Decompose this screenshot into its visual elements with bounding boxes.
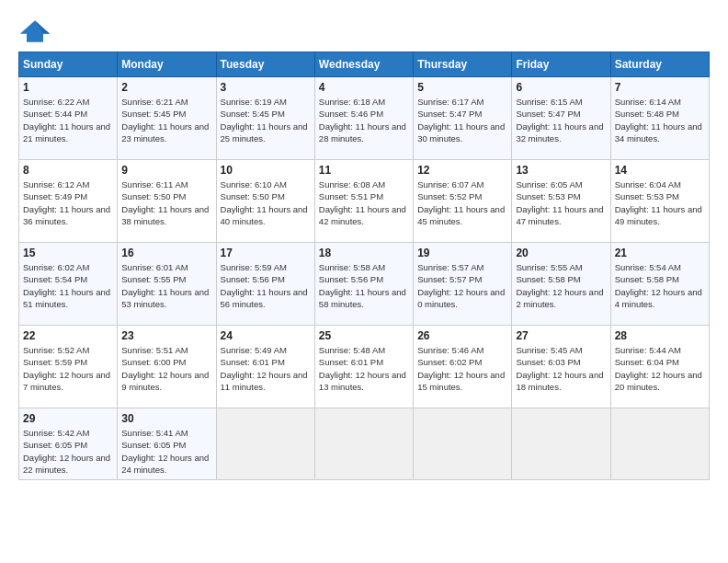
day-number: 17 <box>221 247 311 259</box>
day-info: Sunrise: 5:45 AMSunset: 6:03 PMDaylight:… <box>516 344 606 393</box>
calendar-cell: 25Sunrise: 5:48 AMSunset: 6:01 PMDayligh… <box>314 326 413 408</box>
day-info: Sunrise: 5:46 AMSunset: 6:02 PMDaylight:… <box>417 344 507 393</box>
day-number: 1 <box>23 81 113 94</box>
day-number: 6 <box>516 81 606 94</box>
calendar-cell: 8Sunrise: 6:12 AMSunset: 5:49 PMDaylight… <box>19 160 118 243</box>
weekday-tuesday: Tuesday <box>216 52 314 77</box>
calendar-cell: 29Sunrise: 5:42 AMSunset: 6:05 PMDayligh… <box>19 408 118 480</box>
day-number: 25 <box>319 329 409 342</box>
day-info: Sunrise: 5:59 AMSunset: 5:56 PMDaylight:… <box>221 261 311 310</box>
calendar-cell: 5Sunrise: 6:17 AMSunset: 5:47 PMDaylight… <box>414 77 512 160</box>
calendar-cell: 4Sunrise: 6:18 AMSunset: 5:46 PMDaylight… <box>314 77 413 160</box>
day-number: 4 <box>319 81 409 94</box>
weekday-thursday: Thursday <box>414 52 512 77</box>
day-number: 3 <box>221 81 311 94</box>
day-number: 12 <box>417 164 507 177</box>
day-info: Sunrise: 6:01 AMSunset: 5:55 PMDaylight:… <box>121 261 211 310</box>
day-number: 16 <box>121 247 211 259</box>
day-info: Sunrise: 5:49 AMSunset: 6:01 PMDaylight:… <box>221 344 311 393</box>
calendar-cell <box>610 408 709 480</box>
day-info: Sunrise: 6:22 AMSunset: 5:44 PMDaylight:… <box>23 96 113 144</box>
calendar-cell: 19Sunrise: 5:57 AMSunset: 5:57 PMDayligh… <box>414 243 512 326</box>
day-number: 9 <box>121 164 211 177</box>
calendar-cell: 30Sunrise: 5:41 AMSunset: 6:05 PMDayligh… <box>118 408 216 480</box>
day-info: Sunrise: 6:19 AMSunset: 5:45 PMDaylight:… <box>221 96 311 144</box>
day-number: 21 <box>615 247 705 259</box>
week-row-1: 1Sunrise: 6:22 AMSunset: 5:44 PMDaylight… <box>19 77 710 160</box>
calendar-cell: 27Sunrise: 5:45 AMSunset: 6:03 PMDayligh… <box>512 326 610 408</box>
calendar-cell: 26Sunrise: 5:46 AMSunset: 6:02 PMDayligh… <box>414 326 512 408</box>
day-number: 13 <box>516 164 606 177</box>
day-info: Sunrise: 5:58 AMSunset: 5:56 PMDaylight:… <box>319 261 409 310</box>
day-number: 23 <box>121 329 211 342</box>
day-info: Sunrise: 5:55 AMSunset: 5:58 PMDaylight:… <box>516 261 606 310</box>
day-info: Sunrise: 6:18 AMSunset: 5:46 PMDaylight:… <box>319 96 409 144</box>
day-number: 28 <box>615 329 705 342</box>
day-info: Sunrise: 5:41 AMSunset: 6:05 PMDaylight:… <box>121 427 211 476</box>
day-info: Sunrise: 6:11 AMSunset: 5:50 PMDaylight:… <box>121 178 211 227</box>
weekday-saturday: Saturday <box>610 52 709 77</box>
page-header <box>18 18 710 44</box>
weekday-sunday: Sunday <box>19 52 118 77</box>
day-info: Sunrise: 6:02 AMSunset: 5:54 PMDaylight:… <box>23 261 113 310</box>
calendar-cell: 15Sunrise: 6:02 AMSunset: 5:54 PMDayligh… <box>19 243 118 326</box>
calendar-cell <box>512 408 610 480</box>
week-row-3: 15Sunrise: 6:02 AMSunset: 5:54 PMDayligh… <box>19 243 710 326</box>
day-number: 18 <box>319 247 409 259</box>
calendar-cell <box>414 408 512 480</box>
week-row-5: 29Sunrise: 5:42 AMSunset: 6:05 PMDayligh… <box>19 408 710 480</box>
calendar-cell: 6Sunrise: 6:15 AMSunset: 5:47 PMDaylight… <box>512 77 610 160</box>
weekday-monday: Monday <box>118 52 216 77</box>
calendar-cell: 21Sunrise: 5:54 AMSunset: 5:58 PMDayligh… <box>610 243 709 326</box>
logo <box>18 18 53 44</box>
weekday-friday: Friday <box>512 52 610 77</box>
calendar-cell <box>314 408 413 480</box>
week-row-2: 8Sunrise: 6:12 AMSunset: 5:49 PMDaylight… <box>19 160 710 243</box>
calendar-cell: 23Sunrise: 5:51 AMSunset: 6:00 PMDayligh… <box>118 326 216 408</box>
calendar-cell: 24Sunrise: 5:49 AMSunset: 6:01 PMDayligh… <box>216 326 314 408</box>
calendar-cell: 28Sunrise: 5:44 AMSunset: 6:04 PMDayligh… <box>610 326 709 408</box>
calendar-cell <box>216 408 314 480</box>
day-info: Sunrise: 5:54 AMSunset: 5:58 PMDaylight:… <box>615 261 705 310</box>
day-info: Sunrise: 5:51 AMSunset: 6:00 PMDaylight:… <box>121 344 211 393</box>
calendar-cell: 16Sunrise: 6:01 AMSunset: 5:55 PMDayligh… <box>118 243 216 326</box>
calendar-cell: 2Sunrise: 6:21 AMSunset: 5:45 PMDaylight… <box>118 77 216 160</box>
day-info: Sunrise: 5:52 AMSunset: 5:59 PMDaylight:… <box>23 344 113 393</box>
day-info: Sunrise: 6:08 AMSunset: 5:51 PMDaylight:… <box>319 178 409 227</box>
calendar-cell: 13Sunrise: 6:05 AMSunset: 5:53 PMDayligh… <box>512 160 610 243</box>
calendar-cell: 22Sunrise: 5:52 AMSunset: 5:59 PMDayligh… <box>19 326 118 408</box>
day-info: Sunrise: 6:14 AMSunset: 5:48 PMDaylight:… <box>615 96 705 144</box>
calendar-cell: 7Sunrise: 6:14 AMSunset: 5:48 PMDaylight… <box>610 77 709 160</box>
day-number: 10 <box>221 164 311 177</box>
week-row-4: 22Sunrise: 5:52 AMSunset: 5:59 PMDayligh… <box>19 326 710 408</box>
day-number: 7 <box>615 81 705 94</box>
day-number: 20 <box>516 247 606 259</box>
day-number: 29 <box>23 412 113 425</box>
calendar-cell: 18Sunrise: 5:58 AMSunset: 5:56 PMDayligh… <box>314 243 413 326</box>
day-number: 8 <box>23 164 113 177</box>
calendar-cell: 3Sunrise: 6:19 AMSunset: 5:45 PMDaylight… <box>216 77 314 160</box>
day-info: Sunrise: 6:12 AMSunset: 5:49 PMDaylight:… <box>23 178 113 227</box>
day-info: Sunrise: 6:21 AMSunset: 5:45 PMDaylight:… <box>121 96 211 144</box>
weekday-wednesday: Wednesday <box>314 52 413 77</box>
day-info: Sunrise: 6:04 AMSunset: 5:53 PMDaylight:… <box>615 178 705 227</box>
calendar-table: SundayMondayTuesdayWednesdayThursdayFrid… <box>18 52 710 480</box>
day-info: Sunrise: 6:07 AMSunset: 5:52 PMDaylight:… <box>417 178 507 227</box>
day-number: 19 <box>417 247 507 259</box>
day-number: 5 <box>417 81 507 94</box>
day-info: Sunrise: 6:10 AMSunset: 5:50 PMDaylight:… <box>221 178 311 227</box>
calendar-cell: 10Sunrise: 6:10 AMSunset: 5:50 PMDayligh… <box>216 160 314 243</box>
day-info: Sunrise: 6:15 AMSunset: 5:47 PMDaylight:… <box>516 96 606 144</box>
calendar-cell: 17Sunrise: 5:59 AMSunset: 5:56 PMDayligh… <box>216 243 314 326</box>
day-number: 15 <box>23 247 113 259</box>
day-number: 14 <box>615 164 705 177</box>
day-number: 30 <box>121 412 211 425</box>
calendar-cell: 9Sunrise: 6:11 AMSunset: 5:50 PMDaylight… <box>118 160 216 243</box>
day-info: Sunrise: 6:05 AMSunset: 5:53 PMDaylight:… <box>516 178 606 227</box>
day-info: Sunrise: 5:44 AMSunset: 6:04 PMDaylight:… <box>615 344 705 393</box>
calendar-cell: 1Sunrise: 6:22 AMSunset: 5:44 PMDaylight… <box>19 77 118 160</box>
calendar-cell: 12Sunrise: 6:07 AMSunset: 5:52 PMDayligh… <box>414 160 512 243</box>
day-number: 27 <box>516 329 606 342</box>
calendar-cell: 14Sunrise: 6:04 AMSunset: 5:53 PMDayligh… <box>610 160 709 243</box>
day-number: 24 <box>221 329 311 342</box>
